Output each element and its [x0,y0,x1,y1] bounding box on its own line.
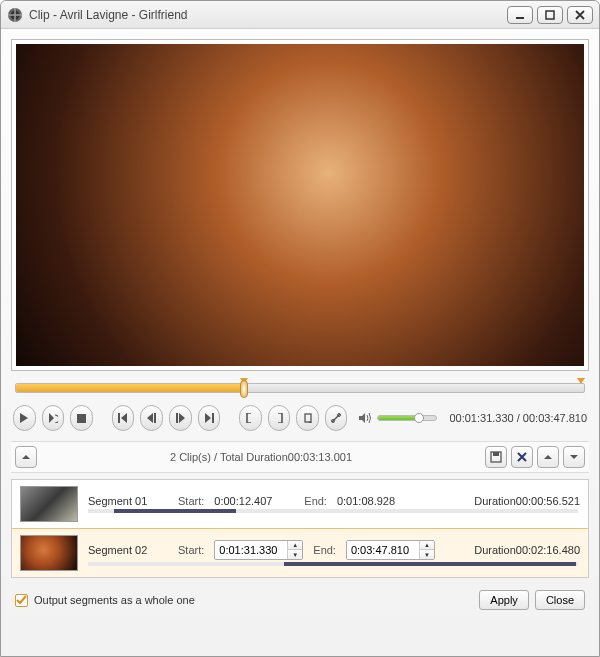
stop-button[interactable] [70,405,93,431]
video-placeholder-icon [16,44,584,366]
svg-rect-5 [546,11,554,19]
time-spinner[interactable]: ▲▼ [346,540,435,560]
svg-rect-4 [516,17,524,19]
playhead[interactable] [240,380,248,398]
scrubber-track[interactable] [15,383,585,393]
mark-out-indicator[interactable] [577,378,585,384]
svg-rect-15 [493,452,499,456]
volume-thumb[interactable] [414,413,424,423]
bracket-in-button[interactable] [239,405,262,431]
step-back-button[interactable] [140,405,163,431]
spin-down-icon[interactable]: ▼ [288,550,302,559]
svg-rect-7 [118,413,120,423]
footer: Output segments as a whole one Apply Clo… [11,584,589,614]
replay-button[interactable] [42,405,65,431]
time-value: 0:01:08.928 [337,495,417,507]
app-icon [7,7,23,23]
segment-progress [88,509,578,513]
duration-value: Duration00:00:56.521 [474,495,580,507]
save-segments-button[interactable] [485,446,507,468]
segment-name: Segment 02 [88,544,168,556]
output-whole-label: Output segments as a whole one [34,594,195,606]
add-segment-button[interactable] [296,405,319,431]
collapse-button[interactable] [15,446,37,468]
duration-value: Duration00:02:16.480 [474,544,580,556]
segment-row[interactable]: Segment 01Start:0:00:12.407End:0:01:08.9… [12,480,588,529]
svg-rect-8 [154,413,156,423]
speaker-icon[interactable] [359,412,373,424]
volume-control [359,412,437,424]
volume-fill [378,416,419,420]
svg-rect-3 [8,14,22,16]
scrubber-container [11,377,589,395]
svg-rect-10 [212,413,214,423]
summary-row: 2 Clip(s) / Total Duration00:03:13.001 [11,441,589,473]
maximize-button[interactable] [537,6,563,24]
delete-segment-button[interactable] [511,446,533,468]
output-whole-checkbox[interactable] [15,594,28,607]
start-label: Start: [178,544,204,556]
segment-name: Segment 01 [88,495,168,507]
titlebar[interactable]: Clip - Avril Lavigne - Girlfriend [1,1,599,29]
segments-list: Segment 01Start:0:00:12.407End:0:01:08.9… [11,479,589,578]
summary-text: 2 Clip(s) / Total Duration00:03:13.001 [41,451,481,463]
bracket-out-button[interactable] [268,405,291,431]
time-display: 00:01:31.330 / 00:03:47.810 [443,412,587,424]
segment-row[interactable]: Segment 02Start:▲▼End:▲▼Duration00:02:16… [11,528,589,578]
time-input[interactable] [347,541,419,559]
close-footer-button[interactable]: Close [535,590,585,610]
time-value: 0:00:12.407 [214,495,294,507]
spin-up-icon[interactable]: ▲ [288,541,302,550]
next-button[interactable] [198,405,221,431]
segment-thumbnail [20,486,78,522]
play-button[interactable] [13,405,36,431]
step-forward-button[interactable] [169,405,192,431]
end-label: End: [313,544,336,556]
svg-rect-9 [176,413,178,423]
svg-rect-11 [305,414,311,422]
apply-button[interactable]: Apply [479,590,529,610]
time-spinner[interactable]: ▲▼ [214,540,303,560]
playback-controls: 00:01:31.330 / 00:03:47.810 [11,401,589,435]
volume-slider[interactable] [377,415,437,421]
segment-thumbnail [20,535,78,571]
end-label: End: [304,495,327,507]
video-preview[interactable] [16,44,584,366]
svg-rect-6 [77,414,86,423]
clip-window: Clip - Avril Lavigne - Girlfriend [0,0,600,657]
window-controls [507,6,593,24]
move-down-button[interactable] [563,446,585,468]
cut-button[interactable] [325,405,348,431]
scrubber-fill [16,384,244,392]
spin-up-icon[interactable]: ▲ [420,541,434,550]
prev-button[interactable] [112,405,135,431]
move-up-button[interactable] [537,446,559,468]
video-frame [11,39,589,371]
window-title: Clip - Avril Lavigne - Girlfriend [29,8,507,22]
close-button[interactable] [567,6,593,24]
time-input[interactable] [215,541,287,559]
spin-down-icon[interactable]: ▼ [420,550,434,559]
segment-progress [88,562,578,566]
minimize-button[interactable] [507,6,533,24]
start-label: Start: [178,495,204,507]
content-area: 00:01:31.330 / 00:03:47.810 2 Clip(s) / … [1,29,599,656]
